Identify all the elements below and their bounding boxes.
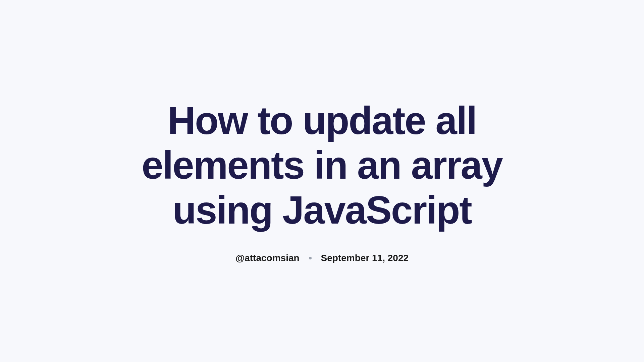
article-header: How to update all elements in an array u… bbox=[121, 99, 523, 263]
article-meta: @attacomsian September 11, 2022 bbox=[134, 253, 510, 263]
article-title: How to update all elements in an array u… bbox=[134, 99, 510, 233]
separator-dot-icon bbox=[309, 257, 312, 259]
author-handle: @attacomsian bbox=[235, 253, 300, 263]
publish-date: September 11, 2022 bbox=[321, 253, 409, 263]
